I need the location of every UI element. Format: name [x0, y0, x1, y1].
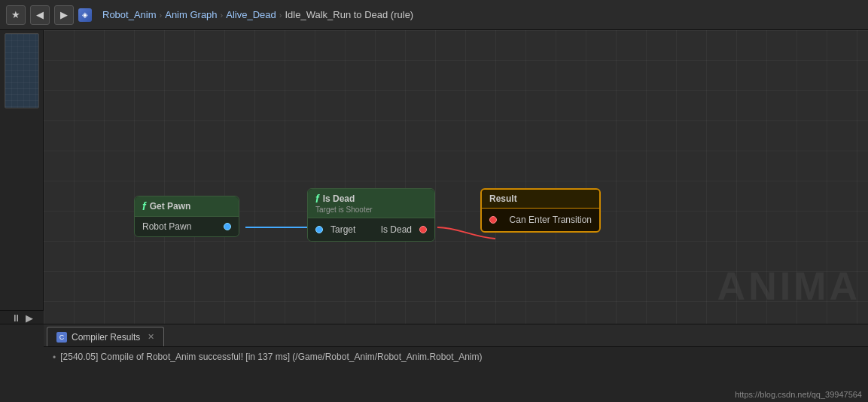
url-text: https://blog.csdn.net/qq_39947564 [735, 390, 862, 399]
forward-button[interactable]: ▶ [54, 5, 74, 25]
compiler-results-tab[interactable]: C Compiler Results ✕ [47, 327, 164, 346]
breadcrumb-icon: ◈ [78, 8, 92, 22]
result-node[interactable]: Result Can Enter Transition [480, 188, 601, 233]
playback-controls: ⏸ ▶ [0, 310, 44, 325]
back-button[interactable]: ◀ [30, 5, 50, 25]
is-dead-body: Target Is Dead [308, 218, 434, 241]
is-dead-subtitle: Target is Shooter [315, 206, 373, 214]
pause-button[interactable]: ⏸ [11, 312, 21, 324]
get-pawn-node[interactable]: f Get Pawn Robot Pawn [134, 196, 239, 237]
get-pawn-title: Get Pawn [150, 201, 191, 212]
breadcrumb: Robot_Anim › Anim Graph › Alive_Dead › I… [102, 9, 413, 20]
is-dead-output-label: Is Dead [381, 224, 412, 235]
get-pawn-body: Robot Pawn [135, 217, 239, 236]
compiler-message: • [2540.05] Compile of Robot_Anim succes… [53, 352, 859, 363]
url-bar: https://blog.csdn.net/qq_39947564 [735, 390, 862, 399]
is-dead-output-pin[interactable] [419, 226, 427, 233]
bookmark-button[interactable]: ★ [6, 5, 26, 25]
breadcrumb-robot-anim[interactable]: Robot_Anim [102, 9, 157, 20]
is-dead-title-row: f Is Dead [315, 193, 355, 205]
is-dead-node[interactable]: f Is Dead Target is Shooter Target Is De… [307, 188, 435, 242]
result-body: Can Enter Transition [482, 209, 599, 231]
compiler-tab-label: Compiler Results [72, 332, 140, 343]
result-header: Result [482, 190, 599, 209]
forward-icon: ▶ [60, 9, 68, 20]
compiler-bullet: • [53, 352, 56, 363]
is-dead-func-icon: f [315, 193, 319, 205]
breadcrumb-sep-1: › [160, 11, 163, 20]
result-title: Result [489, 193, 517, 204]
result-input-pin[interactable] [489, 216, 497, 224]
breadcrumb-anim-graph[interactable]: Anim Graph [165, 9, 217, 20]
breadcrumb-sep-3: › [279, 11, 282, 20]
toolbar: ★ ◀ ▶ ◈ Robot_Anim › Anim Graph › Alive_… [0, 0, 868, 30]
get-pawn-func-icon: f [142, 200, 146, 212]
watermark: ANIMA [717, 263, 860, 309]
main-canvas[interactable]: f Get Pawn Robot Pawn f Is Dead Target i… [44, 30, 868, 324]
get-pawn-header: f Get Pawn [135, 196, 239, 217]
is-dead-input-pin[interactable] [315, 226, 323, 233]
breadcrumb-alive-dead[interactable]: Alive_Dead [226, 9, 276, 20]
result-pin-label: Can Enter Transition [510, 215, 592, 225]
get-pawn-pin-label: Robot Pawn [142, 221, 191, 232]
bottom-tabs: C Compiler Results ✕ [44, 324, 868, 347]
is-dead-input-label: Target [330, 224, 355, 235]
is-dead-title: Is Dead [323, 193, 355, 204]
left-sidebar [0, 30, 44, 324]
is-dead-header: f Is Dead Target is Shooter [308, 189, 434, 218]
breadcrumb-sep-2: › [221, 11, 224, 20]
compiler-tab-close[interactable]: ✕ [148, 332, 154, 342]
bookmark-icon: ★ [11, 9, 20, 20]
bottom-content: • [2540.05] Compile of Robot_Anim succes… [44, 347, 868, 367]
play-button[interactable]: ▶ [26, 312, 33, 324]
breadcrumb-transition-rule: Idle_Walk_Run to Dead (rule) [285, 9, 413, 20]
back-icon: ◀ [36, 9, 44, 20]
compiler-message-text: [2540.05] Compile of Robot_Anim successf… [60, 352, 482, 362]
thumbnail-preview [5, 33, 39, 108]
get-pawn-output-pin[interactable] [224, 223, 231, 230]
compiler-tab-icon: C [56, 332, 67, 343]
